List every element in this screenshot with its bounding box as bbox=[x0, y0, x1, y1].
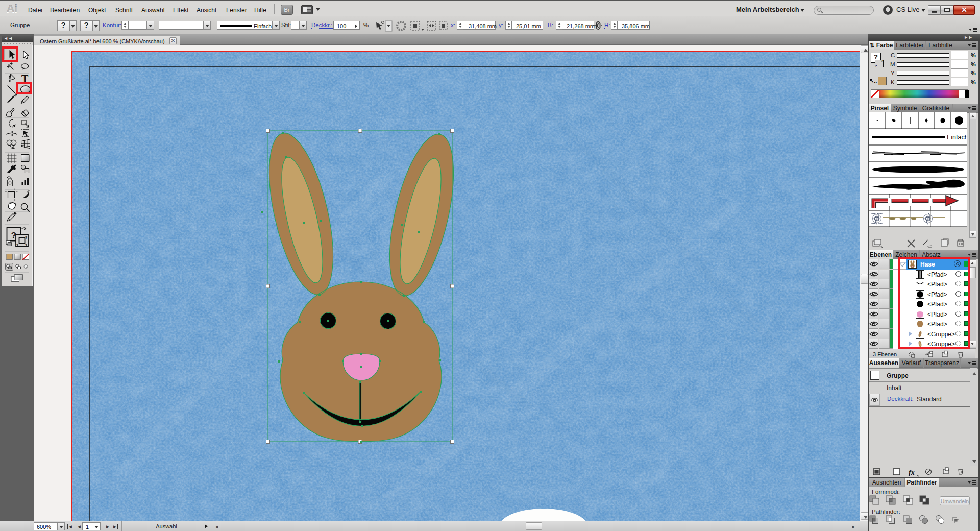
svg-text:fx: fx bbox=[909, 469, 915, 476]
svg-text:?: ? bbox=[16, 243, 19, 248]
svg-text:Einfach: Einfach bbox=[947, 134, 967, 141]
svg-text:?: ? bbox=[25, 235, 28, 240]
svg-text:?: ? bbox=[25, 243, 28, 248]
